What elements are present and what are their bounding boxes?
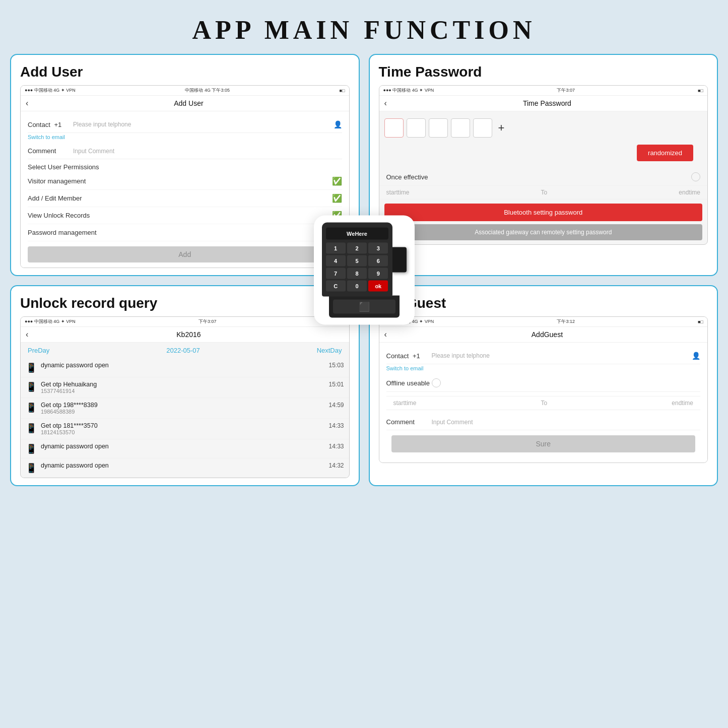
ag-comment-input[interactable]: Input Comment (432, 419, 701, 426)
key-c[interactable]: C (326, 281, 346, 292)
key-2[interactable]: 2 (347, 243, 367, 254)
key-ok[interactable]: ok (368, 281, 388, 292)
perm-visitor-check[interactable]: ✅ (332, 176, 342, 186)
ag-endtime: endtime (672, 400, 693, 407)
ag-time: 下午3:12 (557, 318, 575, 325)
once-effective-row: Once effective (379, 168, 708, 185)
record-content-5: dynamic password open (41, 462, 324, 469)
add-user-nav: ‹ Add User (21, 96, 349, 111)
tp-back-icon[interactable]: ‹ (384, 99, 387, 108)
key-4[interactable]: 4 (326, 255, 346, 267)
add-user-status-bar: ●●● 中国移动 4G ✦ VPN 中国移动 4G 下午3:05 ■□ (21, 86, 349, 96)
record-content-1: Get otp Hehuaikang 15377461914 (41, 381, 324, 394)
record-item-4: 📱 dynamic password open 14:33 (21, 439, 349, 458)
record-sub-1: 15377461914 (41, 388, 324, 394)
perm-visitor: Visitor management ✅ (28, 173, 342, 190)
ag-offline-row: Offline useable (386, 374, 701, 392)
switch-email-link[interactable]: Switch to email (28, 134, 342, 140)
device-keypad: 1 2 3 4 5 6 7 8 9 C 0 ok (326, 243, 388, 292)
record-item-2: 📱 Get otp 198****8389 19864588389 14:59 (21, 398, 349, 419)
ag-to: To (541, 400, 548, 407)
key-7[interactable]: 7 (326, 268, 346, 279)
password-input-boxes: + (379, 118, 708, 138)
record-content-2: Get otp 198****8389 19864588389 (41, 402, 324, 415)
key-9[interactable]: 9 (368, 268, 388, 279)
record-nav: PreDay 2022-05-07 NextDay (21, 343, 349, 358)
record-content-3: Get otp 181****3570 18124153570 (41, 422, 324, 435)
record-date: 2022-05-07 (166, 347, 200, 354)
tp-body: + randomized Once effective starttime To… (379, 118, 708, 240)
ag-starttime: starttime (393, 400, 417, 407)
tp-time: 下午3:07 (557, 87, 575, 94)
record-time-4: 14:33 (328, 443, 344, 450)
pwd-box-3[interactable] (429, 118, 448, 138)
add-button[interactable]: Add (28, 246, 342, 262)
ag-contact-input[interactable]: Please input telphone (432, 352, 692, 359)
pwd-box-1[interactable] (384, 118, 404, 138)
key-5[interactable]: 5 (347, 255, 367, 267)
perm-unlock-label: View Unlock Records (28, 212, 90, 219)
ag-contact-icon: 👤 (692, 352, 700, 360)
record-content-0: dynamic password open (41, 362, 324, 369)
add-guest-title: AddGuest (379, 295, 708, 311)
key-1[interactable]: 1 (326, 243, 346, 254)
record-content-4: dynamic password open (41, 443, 324, 450)
record-time-0: 15:03 (328, 362, 344, 369)
record-icon-3: 📱 (26, 423, 37, 434)
time-password-title: Time Password (379, 64, 708, 80)
randomized-button[interactable]: randomized (637, 145, 693, 161)
perm-member: Add / Edit Member ✅ (28, 190, 342, 207)
key-8[interactable]: 8 (347, 268, 367, 279)
device-brand-label: WeHere (347, 231, 367, 237)
ag-switch-email[interactable]: Switch to email (386, 365, 701, 371)
ag-offline-radio[interactable] (432, 378, 441, 387)
unlock-record-title: Unlock record query (20, 295, 350, 311)
back-arrow-icon[interactable]: ‹ (26, 99, 28, 108)
sure-button[interactable]: Sure (391, 435, 696, 452)
page-title: APP MAIN FUNCTION (10, 15, 718, 45)
record-icon-4: 📱 (26, 443, 37, 454)
pwd-box-5[interactable] (473, 118, 492, 138)
pwd-box-2[interactable] (407, 118, 426, 138)
endtime-label: endtime (679, 189, 700, 196)
once-effective-radio[interactable] (691, 172, 700, 181)
perm-password: Password management ✅ (28, 224, 342, 241)
ur-back-icon[interactable]: ‹ (26, 330, 28, 339)
fingerprint-area: ⬛ (333, 300, 395, 314)
ag-offline-label: Offline useable (386, 379, 432, 387)
perm-member-check[interactable]: ✅ (332, 193, 342, 203)
key-6[interactable]: 6 (368, 255, 388, 267)
records-list: 📱 dynamic password open 15:03 📱 Get otp … (21, 358, 349, 478)
device-screen: WeHere (326, 228, 388, 240)
ag-time-range: starttime To endtime (386, 396, 701, 410)
tp-nav: ‹ Time Password (379, 96, 708, 111)
ag-contact-label: Contact +1 (386, 352, 432, 360)
record-time-2: 14:59 (328, 402, 344, 409)
time-password-screen: ●●● 中国移动 4G ✦ VPN 下午3:07 ■□ ‹ Time Passw… (379, 85, 708, 245)
next-day-btn[interactable]: NextDay (317, 347, 342, 354)
pwd-box-4[interactable] (451, 118, 470, 138)
gateway-btn[interactable]: Associated gateway can remotely setting … (384, 224, 703, 240)
perm-unlock: View Unlock Records ✅ (28, 207, 342, 224)
perm-password-label: Password management (28, 229, 97, 236)
add-user-body: Contact +1 Please input telphone 👤 Switc… (21, 111, 349, 268)
prev-day-btn[interactable]: PreDay (28, 347, 49, 354)
record-title-1: Get otp Hehuaikang (41, 381, 324, 388)
ag-back-icon[interactable]: ‹ (384, 330, 387, 339)
contact-input[interactable]: Please input telphone (73, 121, 334, 128)
center-device: WeHere 1 2 3 4 5 6 7 8 9 C 0 ok (306, 216, 422, 325)
key-0[interactable]: 0 (347, 281, 367, 292)
ag-contact-row: Contact +1 Please input telphone 👤 (386, 348, 701, 364)
add-guest-screen: ●●● 中国移动 4G ✦ VPN 下午3:12 ■□ ‹ AddGuest C… (379, 316, 708, 463)
record-sub-3: 18124153570 (41, 429, 324, 435)
tp-status-bar: ●●● 中国移动 4G ✦ VPN 下午3:07 ■□ (379, 86, 708, 96)
ur-status-bar: ●●● 中国移动 4G ✦ VPN 下午3:07 ■□ (21, 317, 349, 327)
key-3[interactable]: 3 (368, 243, 388, 254)
permissions-header: Select User Permissions (28, 159, 342, 173)
device-card: WeHere 1 2 3 4 5 6 7 8 9 C 0 ok (314, 216, 415, 325)
record-item-1: 📱 Get otp Hehuaikang 15377461914 15:01 (21, 377, 349, 398)
ag-nav-title: AddGuest (392, 330, 702, 339)
comment-input[interactable]: Input Comment (73, 148, 342, 155)
bluetooth-btn[interactable]: Bluetooth setting password (384, 204, 703, 221)
ur-time: 下午3:07 (198, 318, 217, 325)
